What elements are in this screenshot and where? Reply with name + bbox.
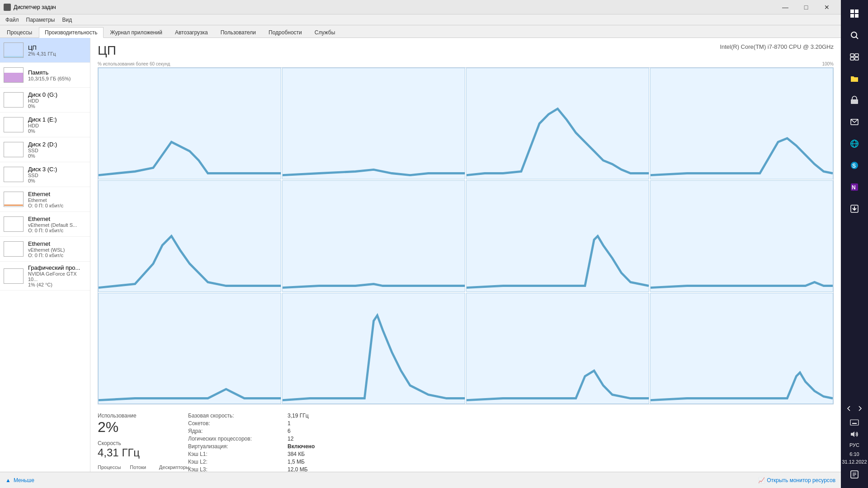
disk0-label: Диск 0 (G:)	[28, 91, 86, 98]
bottom-bar: ▲ Меньше 📈 Открыть монитор ресурсов	[0, 472, 841, 488]
eth2-subtitle: vEthernet (Default S...	[28, 222, 86, 228]
taskbar-lang-indicator[interactable]: РУС	[844, 441, 864, 450]
disk2-type: SSD	[28, 148, 86, 153]
taskbar-notification-icon[interactable]	[844, 466, 864, 483]
gpu-thumbnail	[4, 268, 24, 284]
memory-value: 10,3/15,9 ГБ (65%)	[28, 76, 86, 81]
gpu-label: Графический про...	[28, 264, 86, 271]
taskbar-install-icon[interactable]	[844, 199, 864, 219]
memory-thumbnail	[4, 67, 24, 83]
disk2-value: 0%	[28, 153, 86, 159]
eth3-value: О: 0 П: 0 кбит/с	[28, 253, 86, 258]
panel-title: ЦП	[98, 43, 116, 58]
tab-startup[interactable]: Автозагрузка	[169, 27, 214, 38]
stats-area: Использование 2% Скорость 4,31 ГГц Проце…	[98, 413, 834, 472]
disk3-label: Диск 3 (C:)	[28, 166, 86, 173]
taskbar-taskview-icon[interactable]	[844, 47, 864, 67]
taskbar-store-icon[interactable]	[844, 90, 864, 110]
disk1-label: Диск 1 (E:)	[28, 116, 86, 123]
speed-value: 4,31 ГГц	[98, 446, 179, 459]
cache-l2-label: Кэш L2:	[188, 459, 288, 465]
sidebar-item-disk1[interactable]: Диск 1 (E:) HDD 0%	[0, 113, 90, 137]
taskbar-onenote-icon[interactable]: N	[844, 177, 864, 197]
taskbar-clock[interactable]: 6:10 31.12.2022	[842, 450, 867, 465]
tab-details[interactable]: Подробности	[263, 27, 308, 38]
window-title: Диспетчер задач	[14, 4, 56, 10]
menu-bar: Файл Параметры Вид	[0, 14, 841, 25]
eth1-value: О: 0 П: 0 кбит/с	[28, 203, 86, 208]
taskbar-volume-icon[interactable]	[844, 429, 864, 440]
taskbar-skype-icon[interactable]: S	[844, 155, 864, 175]
disk3-thumbnail	[4, 167, 24, 182]
disk1-type: HDD	[28, 123, 86, 128]
taskbar-keyboard-icon[interactable]	[844, 417, 864, 428]
tab-performance[interactable]: Производительность	[39, 27, 103, 38]
sidebar-item-eth3[interactable]: Ethernet vEthernet (WSL) О: 0 П: 0 кбит/…	[0, 237, 90, 262]
svg-rect-8	[850, 57, 854, 60]
cpu-value: 2% 4,31 ГГц	[28, 51, 86, 56]
taskbar-windows-icon[interactable]	[844, 4, 864, 23]
svg-rect-1	[855, 9, 859, 13]
eth2-label: Ethernet	[28, 216, 86, 222]
close-button[interactable]: ✕	[816, 0, 837, 14]
cache-l1-label: Кэш L1:	[188, 451, 288, 457]
disk0-thumbnail	[4, 92, 24, 108]
taskbar: S N	[841, 0, 868, 488]
eth3-thumbnail	[4, 241, 24, 257]
cache-l3-label: Кэш L3:	[188, 466, 288, 472]
taskbar-mail-icon[interactable]	[844, 112, 864, 132]
detail-panel: Базовая скорость: 3,19 ГГц Сокетов: 1 Яд…	[188, 413, 834, 472]
taskbar-forward-icon[interactable]	[855, 404, 865, 413]
speed-label: Скорость	[98, 440, 179, 446]
disk0-type: HDD	[28, 98, 86, 103]
sidebar-item-cpu[interactable]: ЦП 2% 4,31 ГГц	[0, 38, 90, 63]
sidebar-item-eth1[interactable]: Ethernet Ethernet О: 0 П: 0 кбит/с	[0, 187, 90, 212]
cache-l3-value: 12,0 МБ	[288, 466, 834, 472]
svg-line-5	[856, 37, 859, 39]
logical-value: 12	[288, 436, 834, 442]
minimize-button[interactable]: —	[775, 0, 796, 14]
core-chart-9	[98, 293, 281, 404]
svg-marker-27	[851, 432, 854, 437]
sockets-label: Сокетов:	[188, 420, 288, 427]
tab-processes[interactable]: Процессы	[1, 27, 38, 38]
menu-view[interactable]: Вид	[58, 16, 75, 24]
menu-file[interactable]: Файл	[2, 16, 23, 24]
gpu-subtitle: NVIDIA GeForce GTX 10...	[28, 271, 86, 282]
cache-l2-value: 1,5 МБ	[288, 459, 834, 465]
chart-label: % использования более 60 секунд	[98, 61, 170, 66]
sidebar-item-gpu[interactable]: Графический про... NVIDIA GeForce GTX 10…	[0, 262, 90, 291]
sockets-value: 1	[288, 420, 834, 427]
logical-label: Логических процессоров:	[188, 436, 288, 442]
taskbar-bottom: РУС 6:10 31.12.2022	[842, 404, 867, 484]
tab-app-history[interactable]: Журнал приложений	[104, 27, 168, 38]
sidebar-item-disk0[interactable]: Диск 0 (G:) HDD 0%	[0, 88, 90, 113]
tab-services[interactable]: Службы	[309, 27, 341, 38]
svg-rect-10	[851, 99, 858, 104]
tab-users[interactable]: Пользователи	[215, 27, 262, 38]
maximize-button[interactable]: □	[796, 0, 816, 14]
core-chart-8	[650, 180, 833, 292]
taskbar-folder-icon[interactable]	[844, 69, 864, 89]
sidebar: ЦП 2% 4,31 ГГц Память 10,3/15,9 ГБ (65%)…	[0, 38, 90, 472]
sidebar-item-memory[interactable]: Память 10,3/15,9 ГБ (65%)	[0, 63, 90, 88]
cores-value: 6	[288, 428, 834, 434]
taskbar-search-icon[interactable]	[844, 25, 864, 45]
less-button[interactable]: ▲ Меньше	[5, 477, 34, 483]
handles-label: Дескрипторы	[159, 465, 189, 470]
core-chart-1	[98, 68, 281, 179]
sidebar-item-eth2[interactable]: Ethernet vEthernet (Default S... О: 0 П:…	[0, 212, 90, 237]
taskbar-browser-icon[interactable]	[844, 134, 864, 154]
base-speed-label: Базовая скорость:	[188, 413, 288, 419]
svg-text:S: S	[852, 163, 856, 169]
taskbar-back-icon[interactable]	[844, 404, 854, 413]
open-monitor-button[interactable]: 📈 Открыть монитор ресурсов	[758, 477, 835, 483]
sidebar-item-disk2[interactable]: Диск 2 (D:) SSD 0%	[0, 137, 90, 162]
menu-params[interactable]: Параметры	[23, 16, 59, 24]
usage-label: Использование	[98, 413, 179, 419]
core-chart-5	[98, 180, 281, 292]
processes-label: Процессы	[98, 465, 121, 470]
cpu-label: ЦП	[28, 44, 86, 51]
sidebar-item-disk3[interactable]: Диск 3 (C:) SSD 0%	[0, 162, 90, 187]
cache-l1-value: 384 КБ	[288, 451, 834, 457]
